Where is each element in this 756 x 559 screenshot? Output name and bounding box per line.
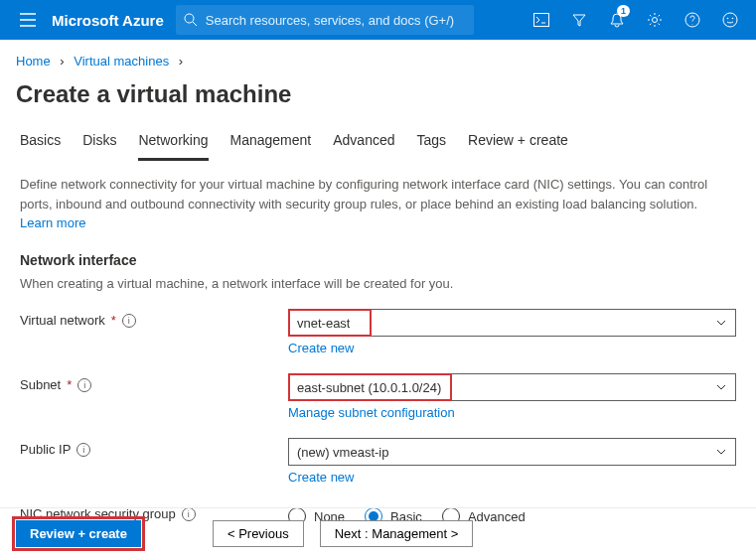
create-new-vnet-link[interactable]: Create new bbox=[288, 341, 354, 355]
label-subnet: Subnet*i bbox=[20, 373, 288, 392]
info-icon[interactable]: i bbox=[76, 443, 90, 457]
row-public-ip: Public IPi (new) vmeast-ip Create new bbox=[20, 438, 736, 485]
section-title: Network interface bbox=[20, 252, 736, 268]
info-icon[interactable]: i bbox=[122, 314, 136, 328]
previous-button[interactable]: < Previous bbox=[213, 520, 304, 547]
page-title: Create a virtual machine bbox=[0, 74, 756, 126]
svg-point-0 bbox=[185, 14, 194, 23]
help-icon[interactable] bbox=[675, 0, 710, 40]
create-new-ip-link[interactable]: Create new bbox=[288, 470, 354, 485]
select-public-ip[interactable]: (new) vmeast-ip bbox=[288, 438, 736, 466]
footer-bar: Review + create < Previous Next : Manage… bbox=[0, 507, 756, 559]
description-text: Define network connectivity for your vir… bbox=[20, 175, 735, 213]
row-virtual-network: Virtual network*i vnet-east Create new bbox=[20, 309, 736, 355]
svg-point-5 bbox=[727, 18, 729, 20]
search-input[interactable] bbox=[206, 13, 466, 28]
feedback-icon[interactable] bbox=[712, 0, 748, 40]
tab-basics[interactable]: Basics bbox=[20, 126, 61, 161]
top-icons: 1 bbox=[524, 0, 748, 40]
breadcrumb-vm[interactable]: Virtual machines bbox=[74, 54, 169, 69]
notification-badge: 1 bbox=[617, 5, 630, 17]
tabs: Basics Disks Networking Management Advan… bbox=[0, 126, 756, 161]
filter-icon[interactable] bbox=[561, 0, 597, 40]
tab-disks[interactable]: Disks bbox=[82, 126, 116, 161]
svg-rect-1 bbox=[534, 14, 549, 27]
tab-networking[interactable]: Networking bbox=[138, 126, 208, 161]
select-virtual-network[interactable]: vnet-east bbox=[288, 309, 736, 337]
top-bar: Microsoft Azure 1 bbox=[0, 0, 756, 40]
svg-point-2 bbox=[653, 18, 658, 23]
search-icon bbox=[184, 13, 198, 27]
svg-point-6 bbox=[732, 18, 734, 20]
chevron-down-icon bbox=[715, 446, 727, 458]
gear-icon[interactable] bbox=[637, 0, 673, 40]
select-subnet[interactable]: east-subnet (10.0.1.0/24) bbox=[288, 373, 736, 401]
chevron-down-icon bbox=[715, 381, 727, 393]
brand-label[interactable]: Microsoft Azure bbox=[52, 12, 164, 29]
form-body: Define network connectivity for your vir… bbox=[0, 161, 756, 530]
breadcrumb: Home › Virtual machines › bbox=[0, 40, 756, 74]
tab-advanced[interactable]: Advanced bbox=[333, 126, 394, 161]
svg-point-4 bbox=[723, 13, 737, 27]
search-box[interactable] bbox=[176, 5, 474, 35]
menu-icon[interactable] bbox=[8, 13, 48, 27]
next-button[interactable]: Next : Management > bbox=[320, 520, 474, 547]
review-create-button[interactable]: Review + create bbox=[16, 520, 141, 547]
section-subtitle: When creating a virtual machine, a netwo… bbox=[20, 276, 736, 291]
tab-tags[interactable]: Tags bbox=[417, 126, 447, 161]
breadcrumb-home[interactable]: Home bbox=[16, 54, 51, 69]
chevron-down-icon bbox=[715, 317, 727, 329]
chevron-right-icon: › bbox=[179, 54, 183, 69]
info-icon[interactable]: i bbox=[77, 378, 91, 392]
label-public-ip: Public IPi bbox=[20, 438, 288, 457]
row-subnet: Subnet*i east-subnet (10.0.1.0/24) Manag… bbox=[20, 373, 736, 420]
label-virtual-network: Virtual network*i bbox=[20, 309, 288, 328]
tab-review[interactable]: Review + create bbox=[468, 126, 568, 161]
chevron-right-icon: › bbox=[60, 54, 64, 69]
cloud-shell-icon[interactable] bbox=[524, 0, 559, 40]
learn-more-link[interactable]: Learn more bbox=[20, 215, 85, 230]
manage-subnet-link[interactable]: Manage subnet configuration bbox=[288, 405, 455, 420]
notifications-icon[interactable]: 1 bbox=[599, 0, 635, 40]
tab-management[interactable]: Management bbox=[230, 126, 312, 161]
